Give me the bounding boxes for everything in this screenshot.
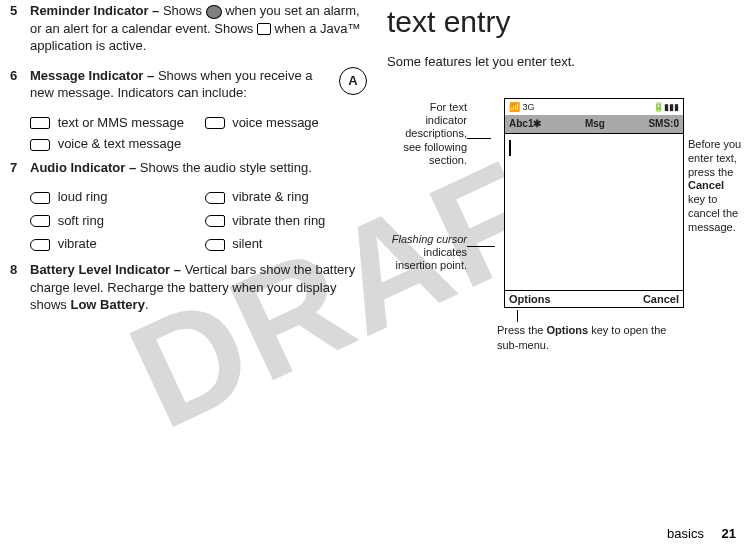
item-text: Shows the audio style setting.: [140, 160, 312, 175]
item-text: Shows: [163, 3, 206, 18]
sub-entry: soft ring: [30, 212, 193, 230]
text-cursor: [509, 140, 511, 156]
softkey-options: Options: [509, 292, 551, 307]
title-right: SMS:0: [648, 117, 679, 131]
audio-sub-grid: loud ring vibrate & ring soft ring vibra…: [30, 188, 367, 253]
callout-text: Before you enter text, press the: [688, 138, 741, 178]
sub-entry: text or MMS message: [30, 114, 193, 132]
section-intro: Some features let you enter text.: [387, 53, 744, 71]
item-number: 7: [10, 159, 30, 177]
section-heading: text entry: [387, 2, 744, 43]
callout-text: Press the: [497, 324, 547, 336]
item-reminder-indicator: 5 Reminder Indicator – Shows when you se…: [10, 2, 367, 55]
text-entry-diagram: For text indicator descriptions, see fol…: [387, 78, 744, 378]
callout-cancel-key: Before you enter text, press the Cancel …: [688, 138, 744, 234]
sub-text: soft ring: [58, 213, 104, 228]
item-text: .: [145, 297, 149, 312]
vibrate-icon: [30, 239, 50, 251]
vibrate-ring-icon: [205, 192, 225, 204]
item-audio-indicator: 7 Audio Indicator – Shows the audio styl…: [10, 159, 367, 177]
phone-screen: 📶 3G 🔋▮▮▮ Abc1✱ Msg SMS:0 Options Cancel: [504, 98, 684, 308]
low-battery-label: Low Battery: [70, 297, 144, 312]
sub-entry: vibrate: [30, 235, 193, 253]
alarm-icon: [206, 5, 222, 19]
sub-text: vibrate: [58, 236, 97, 251]
sub-text: loud ring: [58, 189, 108, 204]
envelope-icon: [30, 117, 50, 129]
phone-softkey-bar: Options Cancel: [505, 291, 683, 307]
title-mid: Msg: [541, 117, 648, 131]
item-number: 5: [10, 2, 30, 55]
right-column: text entry Some features let you enter t…: [387, 2, 744, 549]
item-label: Battery Level Indicator –: [30, 262, 185, 277]
message-ring-icon: A: [339, 67, 367, 95]
softkey-cancel: Cancel: [643, 292, 679, 307]
leader-line: [467, 246, 495, 247]
leader-line: [467, 138, 491, 139]
sub-text: voice message: [232, 115, 319, 130]
callout-cursor: Flashing cursor indicates insertion poin…: [387, 233, 467, 273]
sub-entry: vibrate then ring: [205, 212, 368, 230]
callout-bold: Options: [547, 324, 589, 336]
sub-text: voice & text message: [58, 136, 182, 151]
voice-text-icon: [30, 139, 50, 151]
callout-text: key to cancel the message.: [688, 193, 738, 233]
callout-cursor-em: Flashing cursor: [392, 233, 467, 245]
callout-cursor-rest: indicates insertion point.: [395, 246, 467, 271]
sub-entry: silent: [205, 235, 368, 253]
sub-entry: vibrate & ring: [205, 188, 368, 206]
soft-ring-icon: [30, 215, 50, 227]
callout-options-key: Press the Options key to open the sub-me…: [497, 323, 677, 353]
item-message-indicator: 6 A Message Indicator – Shows when you r…: [10, 67, 367, 102]
sub-entry: voice & text message: [30, 135, 367, 153]
item-battery-indicator: 8 Battery Level Indicator – Vertical bar…: [10, 261, 367, 314]
vibrate-then-ring-icon: [205, 215, 225, 227]
title-left: Abc1✱: [509, 117, 541, 131]
callout-indicator-descriptions: For text indicator descriptions, see fol…: [387, 101, 467, 167]
sub-text: text or MMS message: [58, 115, 184, 130]
item-label: Message Indicator –: [30, 68, 158, 83]
status-right: 🔋▮▮▮: [653, 101, 679, 113]
voicemail-icon: [205, 117, 225, 129]
phone-text-area: [505, 133, 683, 291]
item-label: Audio Indicator –: [30, 160, 140, 175]
callout-bold: Cancel: [688, 179, 724, 191]
sub-entry: voice message: [205, 114, 368, 132]
silent-icon: [205, 239, 225, 251]
item-number: 6: [10, 67, 30, 102]
sub-text: vibrate & ring: [232, 189, 309, 204]
loud-ring-icon: [30, 192, 50, 204]
item-number: 8: [10, 261, 30, 314]
sub-text: vibrate then ring: [232, 213, 325, 228]
phone-status-bar: 📶 3G 🔋▮▮▮: [505, 99, 683, 115]
java-icon: [257, 23, 271, 35]
phone-title-bar: Abc1✱ Msg SMS:0: [505, 115, 683, 133]
status-left: 📶 3G: [509, 101, 535, 113]
item-label: Reminder Indicator –: [30, 3, 163, 18]
sub-text: silent: [232, 236, 262, 251]
sub-entry: loud ring: [30, 188, 193, 206]
left-column: 5 Reminder Indicator – Shows when you se…: [10, 2, 367, 549]
leader-line: [517, 310, 518, 322]
message-sub-grid: text or MMS message voice message voice …: [30, 114, 367, 153]
